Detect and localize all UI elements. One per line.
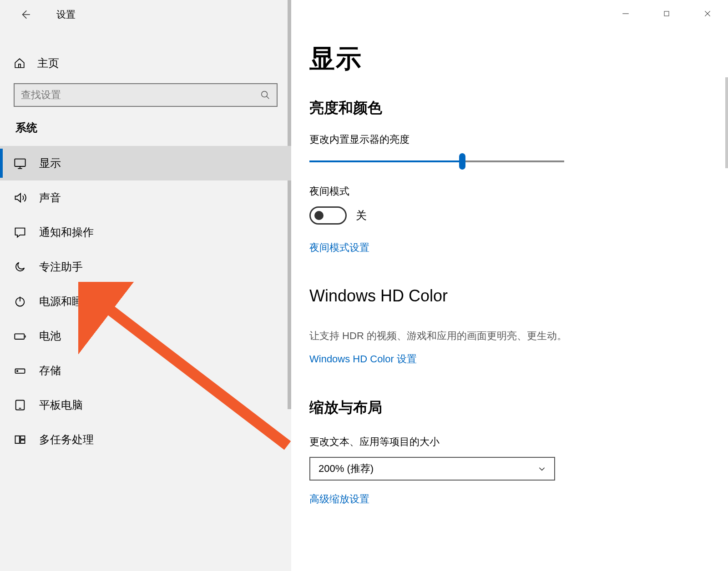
svg-rect-8	[20, 436, 25, 439]
home-label: 主页	[37, 56, 59, 70]
svg-rect-10	[664, 11, 669, 16]
hdcolor-settings-link[interactable]: Windows HD Color 设置	[309, 352, 417, 366]
night-mode-toggle[interactable]	[309, 206, 347, 225]
maximize-button[interactable]	[646, 0, 687, 27]
brightness-slider[interactable]	[309, 155, 564, 168]
sidebar-item-label: 多任务处理	[39, 432, 94, 447]
hdcolor-desc: 让支持 HDR 的视频、游戏和应用的画面更明亮、更生动。	[309, 328, 728, 343]
minimize-button[interactable]	[605, 0, 646, 27]
speaker-icon	[14, 191, 26, 204]
page-title: 显示	[309, 42, 728, 76]
sidebar-item-power[interactable]: 电源和睡眠	[0, 284, 291, 319]
storage-icon	[14, 364, 26, 377]
advanced-scale-link[interactable]: 高级缩放设置	[309, 492, 369, 506]
power-icon	[14, 295, 26, 308]
svg-point-0	[262, 91, 268, 97]
svg-rect-1	[15, 159, 25, 166]
night-mode-settings-link[interactable]: 夜间模式设置	[309, 241, 369, 255]
titlebar-buttons	[605, 0, 728, 27]
scale-value: 200% (推荐)	[318, 462, 374, 476]
sidebar-item-sound[interactable]: 声音	[0, 180, 291, 215]
sidebar-section-title: 系统	[0, 120, 291, 146]
sidebar-item-label: 电源和睡眠	[39, 294, 94, 309]
content: 显示 亮度和颜色 更改内置显示器的亮度 夜间模式 关 夜间模式设置 Window…	[291, 0, 728, 571]
nav-list: 显示 声音 通知和操作	[0, 146, 291, 457]
section-brightness-title: 亮度和颜色	[309, 98, 728, 118]
sidebar-item-label: 电池	[39, 329, 61, 343]
arrow-left-icon	[19, 9, 31, 20]
sidebar-item-notifications[interactable]: 通知和操作	[0, 215, 291, 250]
sidebar-item-multitask[interactable]: 多任务处理	[0, 422, 291, 457]
sidebar-item-label: 专注助手	[39, 260, 83, 274]
sidebar-item-label: 通知和操作	[39, 225, 94, 240]
home-icon	[14, 57, 25, 69]
multitask-icon	[14, 433, 26, 446]
svg-rect-9	[20, 440, 25, 443]
monitor-icon	[14, 157, 26, 170]
sidebar-item-label: 平板电脑	[39, 398, 83, 412]
sidebar-item-tablet[interactable]: 平板电脑	[0, 388, 291, 422]
tablet-icon	[14, 399, 26, 411]
scale-label: 更改文本、应用等项目的大小	[309, 435, 728, 449]
sidebar-item-label: 声音	[39, 190, 61, 205]
close-button[interactable]	[687, 0, 728, 27]
sidebar-item-label: 存储	[39, 363, 61, 378]
sidebar: 设置 主页 系统	[0, 0, 291, 571]
svg-rect-7	[15, 436, 20, 443]
battery-icon	[14, 330, 26, 342]
message-icon	[14, 226, 26, 239]
search-box[interactable]	[14, 83, 278, 107]
sidebar-item-battery[interactable]: 电池	[0, 319, 291, 353]
chevron-down-icon	[538, 465, 546, 473]
brightness-label: 更改内置显示器的亮度	[309, 133, 728, 146]
sidebar-item-display[interactable]: 显示	[0, 146, 291, 180]
night-mode-state: 关	[356, 208, 367, 223]
content-scrollbar[interactable]	[725, 77, 728, 168]
scale-dropdown[interactable]: 200% (推荐)	[309, 457, 555, 481]
svg-point-5	[17, 371, 18, 371]
svg-rect-3	[15, 334, 24, 339]
app-title: 设置	[56, 8, 76, 21]
sidebar-top: 设置	[0, 0, 291, 29]
slider-thumb[interactable]	[459, 153, 465, 170]
moon-icon	[14, 260, 26, 273]
sidebar-item-storage[interactable]: 存储	[0, 353, 291, 388]
back-button[interactable]	[14, 3, 36, 26]
sidebar-item-focus[interactable]: 专注助手	[0, 250, 291, 284]
search-icon	[260, 90, 270, 100]
section-hdcolor-title: Windows HD Color	[309, 286, 728, 306]
section-scale-title: 缩放与布局	[309, 398, 728, 418]
sidebar-item-label: 显示	[39, 156, 61, 170]
sidebar-home[interactable]: 主页	[0, 47, 291, 80]
search-input[interactable]	[21, 89, 257, 101]
night-mode-label: 夜间模式	[309, 185, 728, 198]
